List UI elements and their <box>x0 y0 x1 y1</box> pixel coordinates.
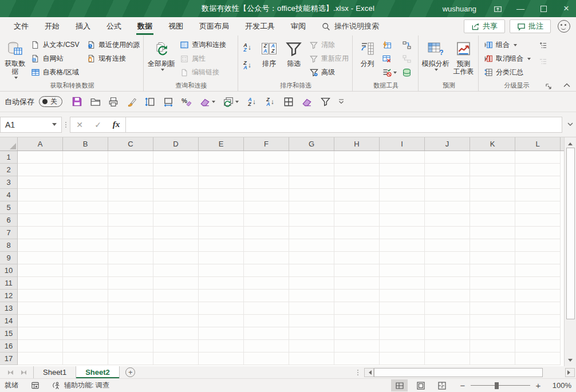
cell-H15[interactable] <box>334 327 380 340</box>
borders-button[interactable] <box>280 94 297 110</box>
cell-I2[interactable] <box>380 164 425 176</box>
cell-F13[interactable] <box>244 302 289 315</box>
cell-F6[interactable] <box>244 214 289 227</box>
formula-bar-splitter[interactable] <box>62 122 70 128</box>
macro-record-button[interactable] <box>31 381 40 390</box>
cell-B14[interactable] <box>63 315 108 327</box>
clear-percent-button[interactable]: % <box>178 94 195 110</box>
scroll-down-icon[interactable] <box>566 357 575 366</box>
row-header-17[interactable]: 17 <box>0 353 18 365</box>
row-header-9[interactable]: 9 <box>0 252 18 264</box>
cell-K2[interactable] <box>470 164 515 176</box>
tab-页面布局[interactable]: 页面布局 <box>191 17 237 35</box>
qat-sort-ascending-button[interactable]: AZ↓ <box>243 94 261 110</box>
cell-I14[interactable] <box>380 315 425 327</box>
cell-H12[interactable] <box>334 290 380 302</box>
qat-filter-button[interactable] <box>317 94 334 110</box>
zoom-slider-thumb[interactable] <box>495 382 499 389</box>
cell-H3[interactable] <box>334 176 380 189</box>
cell-H17[interactable] <box>334 353 380 365</box>
cell-L13[interactable] <box>515 302 561 315</box>
cell-I10[interactable] <box>380 264 425 277</box>
flash-fill-button[interactable] <box>380 38 393 52</box>
cell-I4[interactable] <box>380 189 425 201</box>
cell-C2[interactable] <box>108 164 153 176</box>
cell-L2[interactable] <box>515 164 561 176</box>
cell-B2[interactable] <box>63 164 108 176</box>
cell-K3[interactable] <box>470 176 515 189</box>
cell-G1[interactable] <box>289 151 334 164</box>
cell-E9[interactable] <box>199 252 244 264</box>
column-header-C[interactable]: C <box>108 137 153 151</box>
cell-H5[interactable] <box>334 201 380 214</box>
tab-视图[interactable]: 视图 <box>160 17 191 35</box>
clear-filter-button[interactable]: 清除 <box>306 38 351 52</box>
sort-ascending-button[interactable]: AZ↓ <box>240 41 254 54</box>
cell-F12[interactable] <box>244 290 289 302</box>
cell-H14[interactable] <box>334 315 380 327</box>
cell-E6[interactable] <box>199 214 244 227</box>
tab-公式[interactable]: 公式 <box>98 17 129 35</box>
cell-G10[interactable] <box>289 264 334 277</box>
cell-I13[interactable] <box>380 302 425 315</box>
cell-G5[interactable] <box>289 201 334 214</box>
cell-J1[interactable] <box>425 151 470 164</box>
cell-G13[interactable] <box>289 302 334 315</box>
cell-A14[interactable] <box>18 315 63 327</box>
cell-C5[interactable] <box>108 201 153 214</box>
cell-B7[interactable] <box>63 227 108 239</box>
column-header-I[interactable]: I <box>380 137 425 151</box>
cell-L8[interactable] <box>515 239 561 252</box>
cell-C10[interactable] <box>108 264 153 277</box>
tab-开始[interactable]: 开始 <box>37 17 68 35</box>
cell-D15[interactable] <box>153 327 199 340</box>
cell-C4[interactable] <box>108 189 153 201</box>
cell-B4[interactable] <box>63 189 108 201</box>
cell-L7[interactable] <box>515 227 561 239</box>
cell-E17[interactable] <box>199 353 244 365</box>
cell-K7[interactable] <box>470 227 515 239</box>
cell-B15[interactable] <box>63 327 108 340</box>
select-all-corner[interactable] <box>0 137 18 151</box>
cell-C15[interactable] <box>108 327 153 340</box>
cell-A2[interactable] <box>18 164 63 176</box>
cell-F14[interactable] <box>244 315 289 327</box>
cell-A8[interactable] <box>18 239 63 252</box>
cell-G6[interactable] <box>289 214 334 227</box>
scroll-right-icon[interactable] <box>565 368 575 377</box>
row-height-button[interactable] <box>141 94 159 110</box>
zoom-out-button[interactable]: − <box>459 381 466 390</box>
tell-me-search[interactable]: 操作说明搜索 <box>322 17 379 35</box>
cell-J10[interactable] <box>425 264 470 277</box>
cell-B8[interactable] <box>63 239 108 252</box>
cell-K5[interactable] <box>470 201 515 214</box>
cell-E2[interactable] <box>199 164 244 176</box>
cell-H7[interactable] <box>334 227 380 239</box>
cell-F16[interactable] <box>244 340 289 353</box>
show-detail-button[interactable] <box>536 39 550 52</box>
cell-B12[interactable] <box>63 290 108 302</box>
cell-I6[interactable] <box>380 214 425 227</box>
cell-E5[interactable] <box>199 201 244 214</box>
vertical-scroll-thumb[interactable] <box>566 148 575 319</box>
cell-J13[interactable] <box>425 302 470 315</box>
cell-L15[interactable] <box>515 327 561 340</box>
subtotal-button[interactable]: 分类汇总 <box>481 66 536 79</box>
qat-sort-descending-button[interactable]: ZA↓ <box>262 94 279 110</box>
cell-G17[interactable] <box>289 353 334 365</box>
cell-E7[interactable] <box>199 227 244 239</box>
cell-K4[interactable] <box>470 189 515 201</box>
cell-C11[interactable] <box>108 277 153 290</box>
from-text-csv-button[interactable]: 从文本/CSV <box>28 38 84 52</box>
cell-K10[interactable] <box>470 264 515 277</box>
cell-G12[interactable] <box>289 290 334 302</box>
next-sheet-icon[interactable] <box>21 370 26 375</box>
cell-L17[interactable] <box>515 353 561 365</box>
vertical-scrollbar[interactable] <box>564 137 576 366</box>
queries-connections-button[interactable]: 查询和连接 <box>177 38 228 52</box>
cell-D13[interactable] <box>153 302 199 315</box>
accessibility-status[interactable]: 辅助功能: 调查 <box>52 381 109 390</box>
cell-I15[interactable] <box>380 327 425 340</box>
cell-J11[interactable] <box>425 277 470 290</box>
cell-D17[interactable] <box>153 353 199 365</box>
